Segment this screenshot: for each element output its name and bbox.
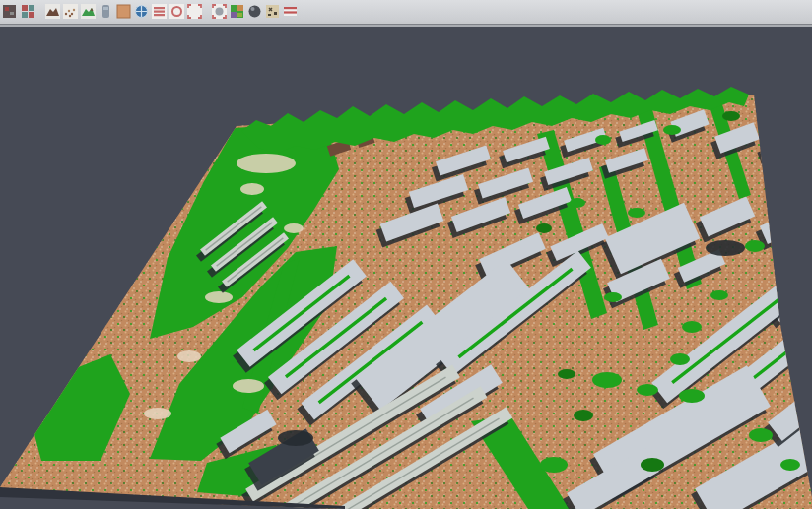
application-window: [0, 0, 812, 509]
tree-blob: [745, 240, 765, 252]
tree-blob: [595, 135, 611, 145]
classification-view-icon[interactable]: [228, 1, 245, 21]
shaded-sphere-icon[interactable]: [245, 1, 263, 21]
tree-blob: [679, 389, 705, 403]
tree-blob: [574, 410, 593, 421]
sphere-select-icon[interactable]: [210, 1, 228, 21]
tree-blob: [592, 372, 622, 388]
crop-select-icon[interactable]: [185, 1, 203, 21]
flag-icon[interactable]: [281, 1, 299, 21]
point-cloud-icon[interactable]: [61, 1, 79, 21]
tree-blob: [570, 198, 585, 208]
terrain-icon[interactable]: [43, 1, 61, 21]
toolbar: [0, 0, 812, 22]
tree-blob: [558, 369, 575, 379]
tree-blob: [749, 428, 773, 442]
globe-view-icon[interactable]: [132, 1, 150, 21]
open-data-icon[interactable]: [1, 1, 19, 21]
tree-blob: [641, 458, 664, 472]
layers-icon[interactable]: [150, 1, 168, 21]
tree-blob: [670, 353, 690, 365]
tree-blob: [710, 290, 728, 300]
tree-blob: [604, 292, 622, 302]
tree-blob: [663, 125, 681, 135]
tree-blob: [780, 459, 800, 471]
ortho-image-icon[interactable]: [114, 1, 132, 21]
register-pixels-icon[interactable]: [19, 1, 36, 21]
point-cloud-scene: [0, 27, 812, 509]
tree-blob: [628, 208, 645, 218]
tree-blob: [682, 321, 702, 333]
tree-blob: [536, 223, 552, 233]
tree-blob: [540, 457, 568, 473]
3d-viewport[interactable]: [0, 27, 812, 509]
circle-select-icon[interactable]: [168, 1, 185, 21]
map-annotations-icon[interactable]: [263, 1, 281, 21]
vegetation-terrain-icon[interactable]: [79, 1, 97, 21]
tree-blob: [722, 111, 740, 121]
tree-blob: [637, 384, 658, 396]
profile-icon[interactable]: [97, 1, 114, 21]
